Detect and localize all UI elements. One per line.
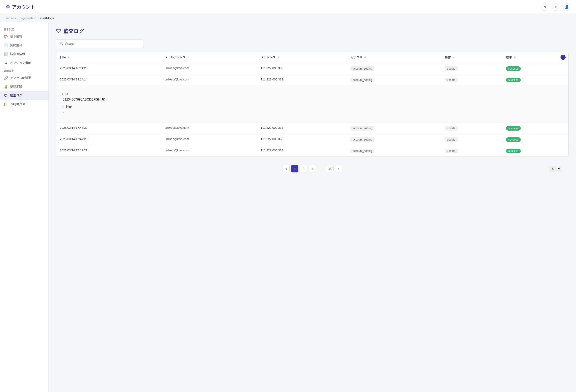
expanded-detail-row: # ID 01234567890ABCDEFGHIJK ⊞ 対象 -: [56, 86, 568, 123]
sort-icon: ⇅: [68, 56, 70, 59]
cell-result: success: [502, 74, 568, 86]
cell-category: account_setting: [347, 123, 441, 134]
sidebar-item-basic-info[interactable]: 🏠 基本情報: [0, 32, 48, 41]
sidebar-item-label: 契約情報: [10, 43, 22, 47]
obj-label: 対象: [66, 105, 72, 109]
cell-category: account_setting: [347, 74, 441, 86]
cell-email: uniweb@kiva.com: [161, 145, 257, 157]
cell-ip: 111.222.000.333: [257, 134, 347, 145]
main-content: 🛡 監査ログ 🔍 i 日時 ⇅ メールアドレス: [49, 22, 576, 392]
lock-icon: 🔒: [4, 84, 8, 89]
cell-result: success: [502, 63, 568, 74]
next-page-button[interactable]: >: [335, 165, 342, 172]
cell-result: success: [502, 145, 568, 157]
col-action[interactable]: 操作 ⇅: [441, 52, 502, 63]
table-container: i 日時 ⇅ メールアドレス ⇅ IPアドレス: [56, 52, 569, 157]
settings-button[interactable]: ☀: [552, 3, 559, 11]
app-title: アカウント: [12, 4, 35, 10]
sort-icon: ⇅: [364, 56, 366, 59]
search-bar[interactable]: 🔍: [56, 39, 144, 48]
home-icon: 🏠: [4, 34, 8, 39]
cell-datetime: 2025/03/14 18:14:20: [56, 63, 161, 74]
per-page-selector[interactable]: 5 10 20 50: [549, 166, 561, 172]
header-title: ⚙ アカウント: [5, 4, 35, 10]
sidebar-item-audit-log[interactable]: 🛡 監査ログ: [0, 91, 48, 100]
search-input[interactable]: [65, 42, 140, 46]
cell-ip: 111.222.000.333: [257, 74, 347, 86]
pagination-wrapper: < 1 2 3 ... 45 > 5 10 20 50: [56, 157, 569, 181]
table-row[interactable]: 2025/03/14 18:14:20 uniweb@kiva.com 111.…: [56, 63, 568, 74]
col-ip[interactable]: IPアドレス ⇅: [257, 52, 347, 63]
cell-ip: 111.222.000.333: [257, 145, 347, 157]
shield-icon: 🛡: [4, 94, 8, 98]
col-datetime[interactable]: 日時 ⇅: [56, 52, 161, 63]
table-row[interactable]: 2025/03/14 17:17:29 uniweb@kiva.com 111.…: [56, 145, 568, 157]
cell-action: update: [441, 63, 502, 74]
user-button[interactable]: 👤: [563, 3, 571, 11]
sidebar-item-options[interactable]: ⚙ オプション機能: [0, 58, 48, 67]
cell-datetime: 2025/03/14 17:47:32: [56, 123, 161, 134]
pagination: < 1 2 3 ... 45 >: [278, 160, 347, 177]
col-result[interactable]: 結果 ⇅: [502, 52, 568, 63]
sidebar-item-statement[interactable]: 📋 表明書作成: [0, 100, 48, 109]
table-row[interactable]: 2025/03/14 17:47:25 uniweb@kiva.com 111.…: [56, 134, 568, 145]
prev-page-button[interactable]: <: [282, 165, 290, 172]
cell-datetime: 2025/03/14 17:47:25: [56, 134, 161, 145]
sidebar-item-contract[interactable]: 📄 契約情報: [0, 41, 48, 50]
page-title: 🛡 監査ログ: [56, 28, 569, 35]
cell-email: uniweb@kiva.com: [161, 74, 257, 86]
col-email[interactable]: メールアドレス ⇅: [161, 52, 257, 63]
cell-result: success: [502, 123, 568, 134]
options-icon: ⚙: [4, 61, 8, 65]
search-row: 🔍: [56, 39, 569, 49]
cell-email: uniweb@kiva.com: [161, 134, 257, 145]
info-icon[interactable]: i: [561, 55, 566, 60]
id-section-header: # ID: [62, 92, 563, 96]
id-label: ID: [65, 92, 68, 96]
table-row[interactable]: 2025/03/14 17:47:32 uniweb@kiva.com 111.…: [56, 123, 568, 134]
sidebar-item-label: 基本情報: [10, 34, 22, 39]
sidebar-item-label: オプション機能: [10, 61, 31, 65]
page-button-2[interactable]: 2: [300, 165, 307, 172]
cell-category: account_setting: [347, 134, 441, 145]
pagination-dots: ...: [317, 165, 325, 172]
sidebar-item-label: 表明書作成: [10, 102, 25, 106]
cell-result: success: [502, 134, 568, 145]
page-button-3[interactable]: 3: [309, 165, 316, 172]
search-icon: 🔍: [59, 42, 63, 46]
cell-email: uniweb@kiva.com: [161, 63, 257, 74]
breadcrumb-organization[interactable]: organization: [20, 16, 36, 20]
header: ⚙ アカウント ↻ ☀ 👤: [0, 0, 576, 14]
gear-icon: ⚙: [5, 4, 10, 10]
sidebar-basic-section: 基本設定: [0, 26, 48, 32]
per-page-select[interactable]: 5 10 20 50: [549, 166, 561, 172]
page-button-45[interactable]: 45: [326, 165, 334, 172]
sidebar-item-auth-expire[interactable]: 🔒 認証期限: [0, 82, 48, 91]
doc-icon: 📄: [4, 43, 8, 47]
col-category[interactable]: カテゴリ ⇅: [347, 52, 441, 63]
cell-datetime: 2025/03/14 17:17:29: [56, 145, 161, 157]
sidebar-item-ip-restrict[interactable]: 🔗 アクセスIP制限: [0, 74, 48, 82]
page-button-1[interactable]: 1: [291, 165, 298, 172]
cell-action: update: [441, 145, 502, 157]
breadcrumb-settings[interactable]: settings: [5, 16, 16, 20]
cell-ip: 111.222.000.333: [257, 63, 347, 74]
expanded-section: # ID 01234567890ABCDEFGHIJK ⊞ 対象 -: [62, 89, 563, 117]
cell-action: update: [441, 134, 502, 145]
cell-email: uniweb@kiva.com: [161, 123, 257, 134]
obj-value: -: [62, 111, 563, 114]
cell-action: update: [441, 74, 502, 86]
sidebar-detail-section: 詳細設定: [0, 67, 48, 74]
cell-category: account_setting: [347, 145, 441, 157]
sidebar-item-invoice[interactable]: 🧾 請求書情報: [0, 50, 48, 58]
table-row[interactable]: 2025/03/14 18:14:14 uniweb@kiva.com 111.…: [56, 74, 568, 86]
refresh-button[interactable]: ↻: [541, 3, 548, 11]
id-value: 01234567890ABCDEFGHIJK: [62, 98, 563, 101]
sort-icon: ⇅: [187, 56, 189, 59]
invoice-icon: 🧾: [4, 52, 8, 56]
sidebar: 基本設定 🏠 基本情報 📄 契約情報 🧾 請求書情報 ⚙ オプション機能 詳細設…: [0, 22, 49, 392]
breadcrumb: settings › organization › audit-logs: [0, 14, 576, 22]
sidebar-item-label: 認証期限: [10, 84, 22, 89]
cell-action: update: [441, 123, 502, 134]
header-actions: ↻ ☀ 👤: [541, 3, 571, 11]
